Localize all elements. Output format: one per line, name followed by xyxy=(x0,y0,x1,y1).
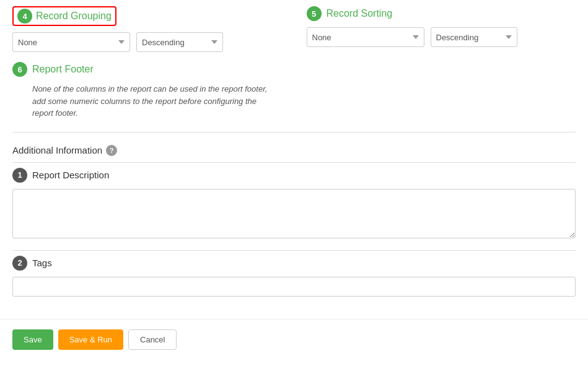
additional-info-section: Additional Information ? 1 Report Descri… xyxy=(12,145,576,297)
save-and-run-button[interactable]: Save & Run xyxy=(58,329,123,350)
record-grouping-title: Record Grouping xyxy=(36,11,112,22)
record-grouping-block: 4 Record Grouping None Field 1 Field 2 D… xyxy=(12,6,282,52)
record-grouping-field-select[interactable]: None Field 1 Field 2 xyxy=(12,32,130,52)
report-description-title: Report Description xyxy=(32,170,109,180)
additional-info-title: Additional Information xyxy=(12,145,102,155)
top-section-row: 4 Record Grouping None Field 1 Field 2 D… xyxy=(12,6,576,52)
tags-divider xyxy=(12,250,576,251)
record-grouping-controls: None Field 1 Field 2 Descending Ascendin… xyxy=(12,32,282,52)
report-footer-note: None of the columns in the report can be… xyxy=(32,83,268,120)
tags-section: 2 Tags xyxy=(12,256,576,297)
report-description-section: 1 Report Description xyxy=(12,168,576,240)
report-description-step-badge: 1 xyxy=(12,168,27,183)
record-sorting-order-select[interactable]: Descending Ascending xyxy=(431,27,517,47)
cancel-button[interactable]: Cancel xyxy=(128,329,177,350)
record-sorting-controls: None Field 1 Field 2 Descending Ascendin… xyxy=(307,27,576,47)
record-grouping-order-select[interactable]: Descending Ascending xyxy=(136,32,223,52)
tags-step-badge: 2 xyxy=(12,256,27,271)
tags-title: Tags xyxy=(32,258,52,268)
tags-input[interactable] xyxy=(12,277,576,297)
additional-info-header: Additional Information ? xyxy=(12,145,576,156)
report-description-header: 1 Report Description xyxy=(12,168,576,183)
footer-buttons: Save Save & Run Cancel xyxy=(0,319,588,360)
report-footer-block: 6 Report Footer None of the columns in t… xyxy=(12,62,576,120)
record-sorting-block: 5 Record Sorting None Field 1 Field 2 De… xyxy=(307,6,576,52)
main-divider xyxy=(12,132,576,133)
record-grouping-step-badge: 4 xyxy=(17,9,32,24)
report-footer-header: 6 Report Footer xyxy=(12,62,576,77)
record-sorting-step-badge: 5 xyxy=(307,6,322,21)
tags-header: 2 Tags xyxy=(12,256,576,271)
record-grouping-header: 4 Record Grouping xyxy=(12,6,282,26)
additional-info-divider xyxy=(12,162,576,163)
record-sorting-header: 5 Record Sorting xyxy=(307,6,576,21)
report-description-textarea[interactable] xyxy=(12,189,576,238)
record-sorting-title: Record Sorting xyxy=(327,8,393,19)
record-grouping-highlighted: 4 Record Grouping xyxy=(12,6,116,26)
save-button[interactable]: Save xyxy=(12,329,53,350)
help-icon[interactable]: ? xyxy=(106,145,117,156)
report-footer-step-badge: 6 xyxy=(12,62,27,77)
report-footer-title: Report Footer xyxy=(32,64,94,75)
record-sorting-field-select[interactable]: None Field 1 Field 2 xyxy=(307,27,424,47)
main-container: 4 Record Grouping None Field 1 Field 2 D… xyxy=(0,0,588,313)
